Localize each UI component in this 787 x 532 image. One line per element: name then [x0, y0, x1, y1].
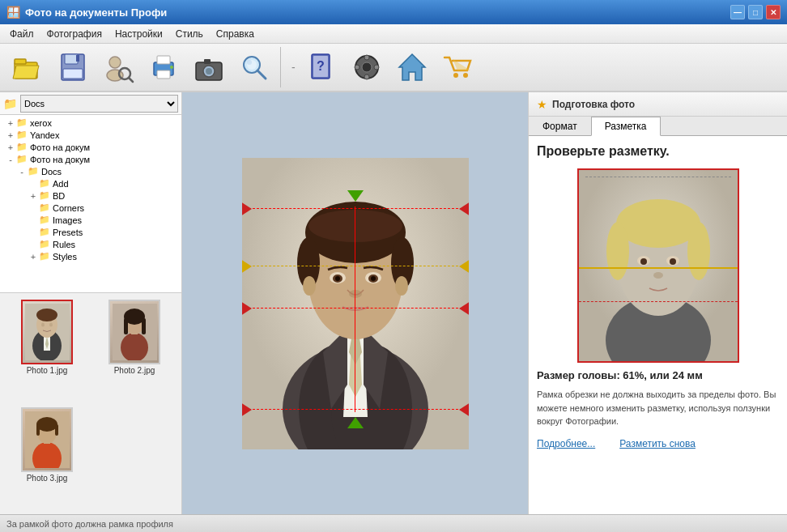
left-panel: 📁 Docs + 📁 xerox + 📁 Yandex + 📁 Фото на …	[0, 92, 182, 514]
tree-label: Rules	[53, 240, 75, 249]
preview-top-dash	[585, 177, 731, 177]
tree-item-presets[interactable]: 📁 Presets	[2, 226, 180, 238]
link-remark[interactable]: Разметить снова	[619, 438, 696, 449]
app-title: Фото на документы Профи	[25, 6, 167, 19]
main-photo	[242, 158, 469, 449]
thumb-label-2: Photo 2.jpg	[114, 366, 155, 375]
right-panel: ★ Подготовка фото Формат Разметка Провер…	[528, 92, 787, 514]
tree-item-foto2[interactable]: - 📁 Фото на докум	[2, 153, 180, 165]
folder-icon: 📁	[39, 202, 50, 213]
print-button[interactable]	[143, 46, 185, 88]
svg-point-28	[364, 55, 369, 60]
svg-point-92	[640, 258, 647, 265]
thumbnail-3[interactable]: Photo 3.jpg	[6, 407, 87, 509]
svg-line-21	[257, 70, 266, 79]
toolbar-separator	[280, 47, 285, 87]
menu-file[interactable]: Файл	[3, 27, 40, 41]
svg-rect-56	[36, 424, 40, 436]
folder-selector-row: 📁 Docs	[0, 92, 181, 115]
tree-expander: -	[16, 167, 28, 177]
tree-expander: +	[28, 191, 39, 201]
tree-item-styles[interactable]: + 📁 Styles	[2, 250, 180, 262]
svg-point-7	[109, 57, 121, 68]
panel-content: Проверьте разметку.	[529, 136, 787, 514]
minimize-button[interactable]: —	[730, 5, 745, 19]
right-panel-header: ★ Подготовка фото	[529, 92, 787, 117]
tab-markup[interactable]: Разметка	[591, 117, 661, 136]
tree-item-docs[interactable]: - 📁 Docs	[2, 165, 180, 177]
svg-point-22	[247, 60, 252, 65]
menubar: Файл Фотография Настройки Стиль Справка	[0, 24, 787, 44]
home-icon	[396, 51, 428, 83]
svg-rect-49	[124, 318, 128, 334]
tree-item-images[interactable]: 📁 Images	[2, 214, 180, 226]
svg-point-42	[41, 323, 45, 327]
menu-style[interactable]: Стиль	[169, 27, 210, 41]
tree-item-yandex[interactable]: + 📁 Yandex	[2, 129, 180, 141]
bottom-links: Подробнее... Разметить снова	[537, 438, 779, 449]
home-button[interactable]	[391, 46, 433, 88]
cart-button[interactable]	[436, 46, 479, 88]
tree-label: Images	[53, 215, 82, 225]
svg-point-34	[463, 73, 468, 78]
tree-item-rules[interactable]: 📁 Rules	[2, 238, 180, 250]
tabs-row: Формат Разметка	[529, 117, 787, 136]
search-person-button[interactable]	[97, 46, 139, 88]
menu-settings[interactable]: Настройки	[108, 27, 169, 41]
tree-item-foto1[interactable]: + 📁 Фото на докум	[2, 141, 180, 153]
folder-icon: 📁	[39, 239, 50, 249]
tree-item-corners[interactable]: 📁 Corners	[2, 202, 180, 214]
close-button[interactable]: ✕	[766, 5, 781, 19]
help-icon: ?	[305, 51, 338, 83]
tree-label: Docs	[41, 167, 62, 177]
camera-icon	[193, 51, 225, 83]
tree-item-xerox[interactable]: + 📁 xerox	[2, 117, 180, 129]
open-button[interactable]	[6, 46, 49, 88]
maximize-button[interactable]: □	[748, 5, 763, 19]
folder-dropdown[interactable]: Docs	[20, 95, 178, 113]
thumb-img-1	[21, 300, 73, 364]
preview-red-dash	[579, 301, 738, 302]
save-button[interactable]	[52, 46, 94, 88]
svg-point-82	[395, 276, 408, 296]
app-icon: 🪟	[6, 6, 20, 19]
zoom-button[interactable]	[233, 46, 275, 88]
svg-rect-57	[55, 424, 58, 436]
file-tree[interactable]: + 📁 xerox + 📁 Yandex + 📁 Фото на докум -…	[0, 115, 181, 293]
svg-line-10	[129, 78, 133, 82]
folder-icon: 📁	[16, 142, 28, 152]
main-layout: 📁 Docs + 📁 xerox + 📁 Yandex + 📁 Фото на …	[0, 92, 787, 514]
svg-rect-13	[157, 70, 170, 79]
svg-text:?: ?	[317, 59, 325, 73]
svg-rect-1	[15, 59, 26, 64]
tree-expander: +	[5, 143, 16, 152]
preview-yellow-line	[579, 267, 738, 269]
svg-point-87	[616, 199, 700, 248]
thumbnail-1[interactable]: Photo 1.jpg	[6, 300, 87, 401]
tree-item-add[interactable]: 📁 Add	[2, 177, 180, 189]
thumbnail-grid: Photo 1.jpg	[0, 293, 181, 514]
tree-label: Фото на докум	[30, 155, 90, 164]
svg-rect-4	[65, 54, 78, 64]
help-button[interactable]: ?	[300, 46, 342, 88]
status-text: За рамкой фото должна рамка профиля	[6, 519, 173, 529]
thumbnail-2[interactable]: Photo 2.jpg	[94, 300, 175, 401]
svg-point-27	[362, 62, 372, 72]
svg-point-17	[206, 68, 212, 74]
center-area: All4os.ru	[182, 92, 528, 514]
folder-icon: 📁	[39, 251, 50, 262]
menu-photo[interactable]: Фотография	[40, 27, 108, 41]
menu-help[interactable]: Справка	[210, 27, 261, 41]
tree-label: Yandex	[30, 130, 60, 140]
film-button[interactable]	[346, 46, 388, 88]
camera-button[interactable]	[188, 46, 230, 88]
tree-item-bd[interactable]: + 📁 BD	[2, 189, 180, 202]
folder-icon: 📁	[39, 227, 50, 237]
tree-label: BD	[53, 191, 65, 201]
svg-marker-32	[399, 54, 425, 80]
link-more[interactable]: Подробнее...	[537, 438, 595, 449]
tab-format[interactable]: Формат	[529, 117, 591, 135]
svg-rect-5	[63, 69, 83, 79]
print-icon	[147, 51, 180, 83]
svg-point-33	[453, 73, 458, 78]
